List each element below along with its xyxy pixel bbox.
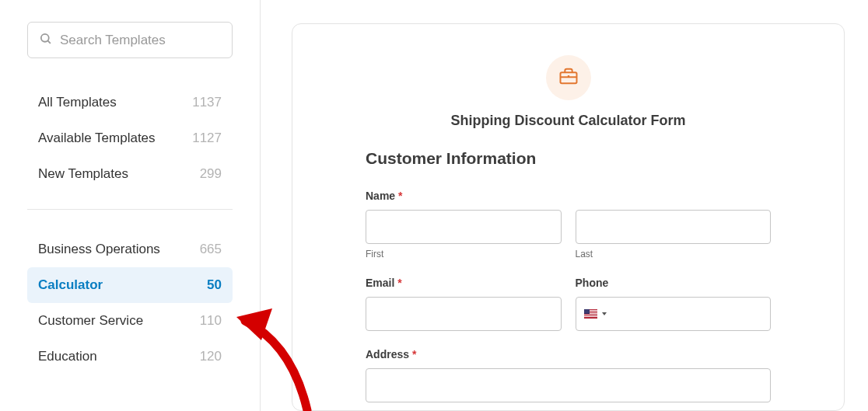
svg-point-0 [41,34,49,42]
phone-label: Phone [576,277,772,289]
sidebar-item-label: Education [38,349,97,364]
search-box[interactable] [27,22,233,58]
preview-pane: Shipping Discount Calculator Form Custom… [261,0,868,411]
required-indicator: * [398,190,402,202]
sidebar-item-all-templates[interactable]: All Templates 1137 [27,85,233,120]
sidebar-item-label: Available Templates [38,131,156,146]
svg-line-1 [48,41,51,44]
sidebar-item-count: 1137 [192,95,222,110]
sidebar-item-label: Calculator [38,277,103,293]
form-title: Shipping Discount Calculator Form [366,113,771,129]
address-label: Address * [366,348,771,360]
svg-rect-2 [560,72,576,83]
sidebar-item-education[interactable]: Education 120 [27,339,233,374]
sidebar-item-count: 120 [200,349,222,364]
sidebar-item-count: 665 [200,242,222,257]
sidebar-item-available-templates[interactable]: Available Templates 1127 [27,120,233,156]
briefcase-icon [558,65,579,90]
preview-card: Shipping Discount Calculator Form Custom… [292,23,845,411]
sidebar-item-customer-service[interactable]: Customer Service 110 [27,303,233,339]
sidebar-item-business-operations[interactable]: Business Operations 665 [27,232,233,267]
sidebar-item-label: New Templates [38,166,128,182]
sidebar-divider [27,209,233,210]
phone-input[interactable] [576,297,772,331]
sidebar-item-count: 299 [200,166,222,182]
last-name-sublabel: Last [576,249,772,259]
address-input[interactable] [366,368,771,402]
us-flag-icon [584,309,597,319]
sidebar-item-label: Business Operations [38,242,160,257]
search-input[interactable] [60,33,221,48]
sidebar-item-count: 110 [200,313,222,329]
first-name-sublabel: First [366,249,562,259]
section-title: Customer Information [366,149,771,168]
form-icon-circle [546,55,591,100]
chevron-down-icon [602,312,607,315]
sidebar-item-count: 50 [207,277,222,293]
name-label: Name * [366,190,771,202]
first-name-input[interactable] [366,210,562,244]
email-label: Email * [366,277,562,289]
required-indicator: * [397,277,401,289]
sidebar-item-calculator[interactable]: Calculator 50 [27,267,233,303]
required-indicator: * [412,348,416,360]
sidebar-item-new-templates[interactable]: New Templates 299 [27,156,233,192]
sidebar: All Templates 1137 Available Templates 1… [0,0,261,411]
sidebar-item-count: 1127 [192,131,222,146]
email-input[interactable] [366,297,562,331]
sidebar-item-label: Customer Service [38,313,143,329]
sidebar-item-label: All Templates [38,95,117,110]
last-name-input[interactable] [576,210,772,244]
search-icon [39,32,52,48]
